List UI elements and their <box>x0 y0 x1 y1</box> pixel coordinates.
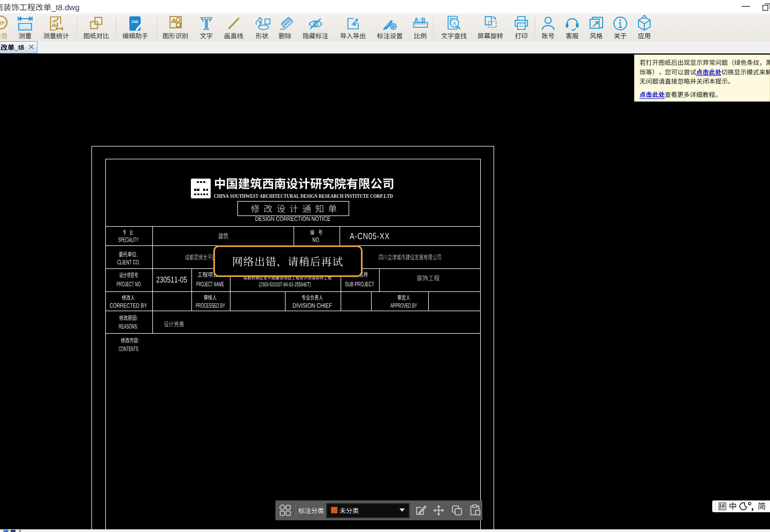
svg-text:A:B: A:B <box>414 17 426 23</box>
svg-text:VIP: VIP <box>0 20 5 26</box>
svg-text:A: A <box>453 21 457 26</box>
svg-text:CAD: CAD <box>132 20 138 24</box>
